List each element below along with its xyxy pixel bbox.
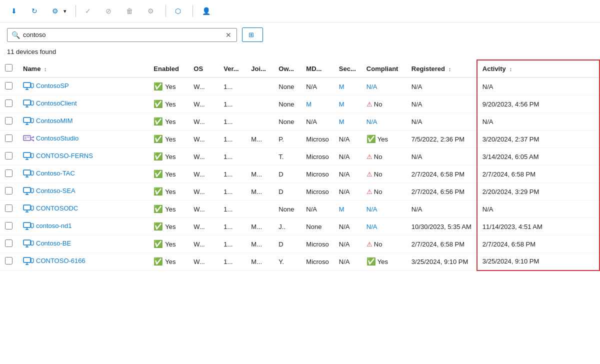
- manage-button[interactable]: ⚙: [142, 4, 162, 18]
- search-input[interactable]: [23, 31, 224, 38]
- table-row: contoso-nd1 ✅ Yes W...1...M...J..NoneN/A…: [0, 218, 600, 236]
- results-count: 11 devices found: [0, 47, 600, 60]
- activity-cell: N/A: [477, 113, 600, 130]
- activity-cell: 2/7/2024, 6:58 PM: [477, 166, 600, 183]
- col-header-joi: Joi...: [246, 60, 274, 78]
- owner-cell: Y.: [274, 253, 301, 270]
- device-name-link[interactable]: ContosoClient: [36, 100, 77, 107]
- row-checkbox[interactable]: [5, 82, 12, 90]
- row-checkbox[interactable]: [5, 240, 12, 247]
- compliant-na: N/A: [366, 223, 378, 230]
- table-row: ContosoClient ✅ Yes W...1...NoneMM ⚠ No …: [0, 96, 600, 113]
- device-name-link[interactable]: CONTOSO-6166: [36, 257, 86, 264]
- delete-button[interactable]: 🗑: [121, 4, 140, 18]
- feedback-button[interactable]: 👤: [197, 4, 218, 18]
- desktop-icon: [23, 187, 34, 196]
- toolbar: ⬇ ↻ ⚙ ▾ ✓ ⊘ 🗑 ⚙ ⬡ 👤: [0, 0, 600, 22]
- row-checkbox[interactable]: [5, 117, 12, 124]
- device-name-link[interactable]: contoso-nd1: [36, 222, 72, 230]
- table-row: Contoso-TAC ✅ Yes W...1...M...DMicrosoN/…: [0, 166, 600, 183]
- noncompliant-badge: ⚠ No: [366, 153, 402, 160]
- svg-rect-37: [24, 205, 30, 210]
- enabled-badge: ✅ Yes: [154, 204, 184, 214]
- svg-rect-16: [24, 136, 26, 140]
- compliant-value: No: [374, 240, 382, 248]
- enable-icon: ✓: [85, 7, 91, 15]
- enabled-badge: ✅ Yes: [154, 170, 184, 178]
- desktop-icon: [23, 152, 34, 161]
- device-name-link[interactable]: Contoso-SEA: [36, 187, 76, 194]
- table-row: CONTOSODC ✅ Yes W...1...NoneN/AMN/AN/AN/…: [0, 200, 600, 218]
- row-checkbox[interactable]: [5, 204, 12, 212]
- col-header-registered[interactable]: Registered ↕: [406, 60, 477, 78]
- row-checkbox[interactable]: [5, 187, 12, 194]
- download-icon: ⬇: [11, 7, 17, 15]
- check-icon: ✅: [154, 204, 163, 214]
- refresh-icon: ↻: [32, 7, 38, 15]
- md-value: M: [306, 100, 312, 108]
- row-checkbox[interactable]: [5, 170, 12, 177]
- preview-features-button[interactable]: ⬡: [170, 4, 188, 18]
- svg-rect-0: [24, 82, 30, 88]
- device-name-link[interactable]: ContosoSP: [36, 82, 69, 90]
- check-icon: ✅: [154, 134, 163, 144]
- ver-cell: 1...: [218, 113, 246, 130]
- row-checkbox[interactable]: [5, 152, 12, 160]
- ver-cell: 1...: [218, 130, 246, 148]
- row-checkbox[interactable]: [5, 134, 12, 142]
- table-row: ContosoMIM ✅ Yes W...1...NoneN/AMN/AN/AN…: [0, 113, 600, 130]
- select-all-checkbox[interactable]: [5, 64, 12, 72]
- device-name-link[interactable]: ContosoStudio: [36, 134, 78, 142]
- registered-cell: 2/7/2024, 6:56 PM: [406, 183, 477, 200]
- ver-cell: 1...: [218, 236, 246, 253]
- col-header-ver: Ver...: [218, 60, 246, 78]
- compliant-check-icon: ✅: [366, 134, 376, 144]
- registered-cell: 2/7/2024, 6:58 PM: [406, 236, 477, 253]
- sec-value: M: [339, 206, 344, 213]
- md-cell: Microso: [301, 130, 334, 148]
- os-cell: W...: [188, 78, 218, 96]
- download-devices-button[interactable]: ⬇: [6, 4, 24, 18]
- device-name-link[interactable]: Contoso-BE: [36, 240, 71, 247]
- table-row: CONTOSO-FERNS ✅ Yes W...1...T.MicrosoN/A…: [0, 148, 600, 166]
- ver-cell: 1...: [218, 166, 246, 183]
- desktop-icon: [23, 204, 34, 214]
- refresh-button[interactable]: ↻: [26, 4, 45, 18]
- noncompliant-badge: ⚠ No: [366, 188, 402, 196]
- disable-button[interactable]: ⊘: [100, 4, 119, 18]
- svg-rect-25: [31, 154, 34, 158]
- clear-search-button[interactable]: ✕: [224, 31, 232, 39]
- enable-button[interactable]: ✓: [80, 4, 98, 18]
- svg-rect-8: [31, 101, 34, 105]
- join-cell: [246, 200, 274, 218]
- compliant-cell: ⚠ No: [362, 96, 406, 113]
- row-checkbox[interactable]: [5, 257, 12, 264]
- device-name-link[interactable]: CONTOSODC: [36, 204, 78, 212]
- check-icon: ✅: [154, 187, 163, 196]
- row-checkbox[interactable]: [5, 222, 12, 230]
- compliant-cell: ✅ Yes: [362, 253, 406, 270]
- svg-rect-27: [24, 170, 30, 175]
- manage-view-button[interactable]: ⚙ ▾: [47, 4, 72, 18]
- ver-cell: 1...: [218, 96, 246, 113]
- alert-icon: ⚠: [366, 188, 372, 196]
- device-name-link[interactable]: ContosoMIM: [36, 117, 73, 124]
- owner-cell: None: [274, 113, 301, 130]
- row-checkbox[interactable]: [5, 100, 12, 107]
- col-header-name[interactable]: Name ↕: [18, 60, 148, 78]
- compliant-cell: ⚠ No: [362, 183, 406, 200]
- compliant-na: N/A: [366, 206, 378, 213]
- svg-rect-30: [31, 171, 34, 175]
- svg-rect-32: [24, 188, 30, 192]
- col-header-activity[interactable]: Activity ↕: [477, 60, 600, 78]
- owner-cell: D: [274, 183, 301, 200]
- device-name-link[interactable]: Contoso-TAC: [36, 170, 75, 177]
- compliant-badge: ✅ Yes: [366, 257, 402, 266]
- col-header-own: Ow...: [274, 60, 301, 78]
- svg-rect-22: [24, 152, 30, 158]
- add-filters-button[interactable]: ⊞: [242, 28, 263, 42]
- os-cell: W...: [188, 96, 218, 113]
- enabled-badge: ✅ Yes: [154, 257, 184, 266]
- md-cell: None: [301, 218, 334, 236]
- device-name-link[interactable]: CONTOSO-FERNS: [36, 152, 93, 160]
